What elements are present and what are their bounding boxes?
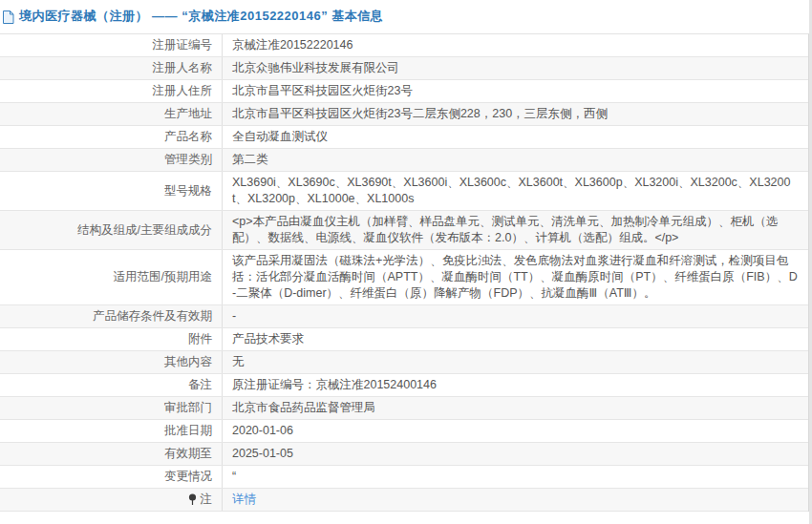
row-label: 适用范围/预期用途 <box>0 250 222 304</box>
document-icon <box>2 10 14 24</box>
row-label: 产品储存条件及有效期 <box>0 305 222 327</box>
row-value: 原注册证编号：京械注准20152400146 <box>222 374 808 396</box>
row-intended-use: 适用范围/预期用途 该产品采用凝固法（磁珠法+光学法）、免疫比浊法、发色底物法对… <box>0 250 808 305</box>
row-approval-date: 批准日期 2020-01-06 <box>0 420 808 443</box>
row-registrant-name: 注册人名称 北京众驰伟业科技发展有限公司 <box>0 57 808 80</box>
row-value: 第二类 <box>222 149 808 171</box>
row-label: 生产地址 <box>0 103 222 125</box>
row-storage-conditions: 产品储存条件及有效期 - <box>0 305 808 328</box>
row-note: 注 详情 <box>0 489 808 512</box>
row-remarks: 备注 原注册证编号：京械注准20152400146 <box>0 374 808 397</box>
row-product-name: 产品名称 全自动凝血测试仪 <box>0 126 808 149</box>
row-change-status: 变更情况 “ <box>0 466 808 489</box>
row-other-content: 其他内容 无 <box>0 351 808 374</box>
row-value: 该产品采用凝固法（磁珠法+光学法）、免疫比浊法、发色底物法对血浆进行凝血和纤溶测… <box>222 250 808 304</box>
row-structure-composition: 结构及组成/主要组成成分 <p>本产品由凝血仪主机（加样臂、样品盘单元、测试单元… <box>0 211 808 250</box>
details-link[interactable]: 详情 <box>232 492 256 508</box>
row-approval-department: 审批部门 北京市食品药品监督管理局 <box>0 397 808 420</box>
row-value: “ <box>222 466 808 488</box>
row-value: 北京市昌平区科技园区火炬街23号 <box>222 80 808 102</box>
row-value: <p>本产品由凝血仪主机（加样臂、样品盘单元、测试单元、清洗单元、加热制冷单元组… <box>222 211 808 249</box>
row-valid-until: 有效期至 2025-01-05 <box>0 443 808 466</box>
row-value: 北京市昌平区科技园区火炬街23号二层东侧228，230，三层东侧，西侧 <box>222 103 808 125</box>
row-management-category: 管理类别 第二类 <box>0 149 808 172</box>
row-label: 有效期至 <box>0 443 222 465</box>
row-label: 型号规格 <box>0 172 222 210</box>
row-value: - <box>222 305 808 327</box>
row-label: 其他内容 <box>0 351 222 373</box>
row-value: 北京市食品药品监督管理局 <box>222 397 808 419</box>
medical-device-registration-page: 境内医疗器械（注册） —— “京械注准20152220146” 基本信息 注册证… <box>0 0 809 524</box>
row-label: 审批部门 <box>0 397 222 419</box>
row-value: 2020-01-06 <box>222 420 808 442</box>
row-value: 2025-01-05 <box>222 443 808 465</box>
row-label: 注册人住所 <box>0 80 222 102</box>
row-value: 北京众驰伟业科技发展有限公司 <box>222 57 808 79</box>
row-registration-number: 注册证编号 京械注准20152220146 <box>0 34 808 57</box>
registration-info-table: 注册证编号 京械注准20152220146 注册人名称 北京众驰伟业科技发展有限… <box>0 33 809 512</box>
row-value: 详情 <box>222 489 808 511</box>
page-header: 境内医疗器械（注册） —— “京械注准20152220146” 基本信息 <box>0 0 809 33</box>
row-value: 全自动凝血测试仪 <box>222 126 808 148</box>
row-label: 管理类别 <box>0 149 222 171</box>
note-label: 注 <box>201 492 213 508</box>
row-label: 注 <box>0 489 222 511</box>
page-title: 境内医疗器械（注册） —— “京械注准20152220146” 基本信息 <box>19 8 383 25</box>
row-registrant-address: 注册人住所 北京市昌平区科技园区火炬街23号 <box>0 80 808 103</box>
row-value: XL3690i、XL3690c、XL3690t、XL3600i、XL3600c、… <box>222 172 808 210</box>
row-model-specs: 型号规格 XL3690i、XL3690c、XL3690t、XL3600i、XL3… <box>0 172 808 211</box>
row-label: 变更情况 <box>0 466 222 488</box>
row-label: 批准日期 <box>0 420 222 442</box>
row-production-address: 生产地址 北京市昌平区科技园区火炬街23号二层东侧228，230，三层东侧，西侧 <box>0 103 808 126</box>
row-label: 结构及组成/主要组成成分 <box>0 211 222 249</box>
row-attachment: 附件 产品技术要求 <box>0 328 808 351</box>
row-value: 无 <box>222 351 808 373</box>
row-value: 产品技术要求 <box>222 328 808 350</box>
row-label: 备注 <box>0 374 222 396</box>
row-label: 注册证编号 <box>0 34 222 56</box>
row-value: 京械注准20152220146 <box>222 34 808 56</box>
row-label: 产品名称 <box>0 126 222 148</box>
row-label: 附件 <box>0 328 222 350</box>
row-label: 注册人名称 <box>0 57 222 79</box>
pin-icon <box>188 493 197 506</box>
